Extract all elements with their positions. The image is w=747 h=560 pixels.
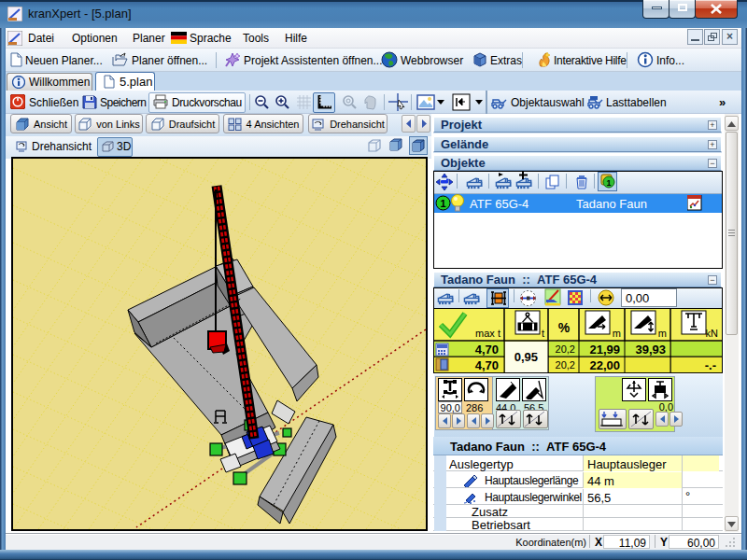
svg-text:1: 1 [606, 178, 611, 188]
svg-text:20,2: 20,2 [556, 359, 575, 371]
svg-text:4,70: 4,70 [475, 343, 499, 357]
svg-text:-.-: -.- [705, 358, 716, 372]
svg-text:kN: kN [706, 328, 719, 339]
svg-text:m: m [658, 328, 667, 339]
svg-text:1: 1 [440, 198, 445, 209]
svg-text:t: t [542, 328, 544, 339]
svg-text:4,70: 4,70 [475, 358, 499, 372]
svg-text:39,93: 39,93 [635, 343, 666, 357]
svg-text:21,99: 21,99 [589, 343, 620, 357]
svg-text:22,00: 22,00 [589, 358, 620, 372]
svg-text:max t: max t [475, 328, 500, 339]
svg-text:0,95: 0,95 [514, 350, 538, 364]
svg-text:%: % [558, 320, 571, 335]
svg-text:m: m [613, 328, 621, 339]
svg-text:20,2: 20,2 [556, 343, 575, 355]
